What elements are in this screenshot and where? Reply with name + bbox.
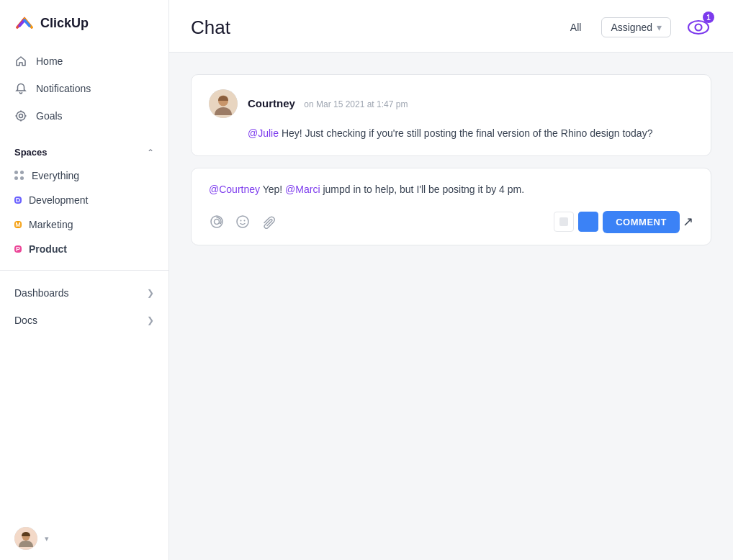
svg-point-4 [688, 21, 709, 34]
emoji-icon[interactable] [235, 214, 251, 230]
message-mention[interactable]: @Julie [248, 127, 279, 139]
message-time: on Mar 15 2021 at 1:47 pm [304, 99, 408, 109]
reply-icon-group [209, 214, 276, 230]
sidebar-item-home[interactable]: Home [0, 48, 168, 75]
svg-point-10 [237, 216, 248, 227]
main-nav: Home Notifications Goals [0, 45, 168, 132]
cursor-pointer-icon: ↗ [683, 214, 693, 230]
reply-mention-1[interactable]: @Courtney [209, 184, 260, 195]
goals-icon [14, 109, 27, 122]
docs-chevron-icon: ❯ [147, 315, 154, 325]
chevron-down-icon: ⌃ [147, 148, 154, 158]
clickup-logo-icon [14, 13, 35, 33]
notifications-label: Notifications [36, 83, 91, 94]
product-icon: P [14, 245, 22, 253]
marketing-label: Marketing [29, 219, 73, 230]
divider [0, 270, 168, 271]
spaces-title: Spaces [14, 147, 48, 158]
svg-rect-14 [585, 218, 592, 225]
comment-button[interactable]: COMMENT [603, 211, 680, 233]
author-avatar [209, 89, 238, 118]
reply-text-2: jumpd in to help, but I'll be positng it… [320, 184, 525, 195]
watch-count-badge: 1 [703, 12, 714, 23]
filter-all-button[interactable]: All [565, 19, 588, 36]
svg-point-0 [17, 112, 25, 120]
message-meta: Courtney on Mar 15 2021 at 1:47 pm [248, 97, 408, 110]
app-name: ClickUp [40, 16, 89, 31]
sidebar-item-everything[interactable]: Everything [0, 163, 168, 188]
page-title: Chat [191, 17, 550, 39]
chat-header: Chat All Assigned ▾ 1 [169, 0, 733, 53]
format-button-1[interactable] [554, 212, 574, 232]
goals-label: Goals [36, 110, 63, 122]
docs-label: Docs [14, 315, 37, 326]
sidebar-item-marketing[interactable]: M Marketing [0, 212, 168, 237]
sidebar-item-goals[interactable]: Goals [0, 102, 168, 130]
marketing-icon: M [14, 221, 22, 228]
svg-rect-13 [559, 217, 568, 226]
reply-text-1: Yep! [260, 184, 285, 195]
logo[interactable]: ClickUp [0, 0, 168, 45]
format-button-2[interactable] [578, 212, 598, 232]
sidebar: ClickUp Home Notifications Goals Spaces … [0, 0, 169, 560]
user-avatar [14, 527, 37, 550]
reply-text: @Courtney Yep! @Marci jumpd in to help, … [209, 181, 693, 197]
product-label: Product [29, 243, 67, 255]
mention-icon[interactable] [209, 214, 225, 230]
dashboards-chevron-icon: ❯ [147, 288, 154, 298]
main-content: Chat All Assigned ▾ 1 [169, 0, 733, 560]
message-block: Courtney on Mar 15 2021 at 1:47 pm @Juli… [191, 74, 711, 156]
watch-button[interactable]: 1 [685, 14, 711, 40]
spaces-header[interactable]: Spaces ⌃ [0, 141, 168, 163]
svg-point-5 [696, 24, 702, 31]
reply-action-group: COMMENT ↗ [554, 211, 693, 233]
bottom-nav: Dashboards ❯ Docs ❯ [0, 276, 168, 337]
message-header: Courtney on Mar 15 2021 at 1:47 pm [209, 89, 693, 118]
sidebar-item-product[interactable]: P Product [0, 237, 168, 261]
user-chevron-icon: ▾ [45, 534, 49, 543]
assigned-chevron-icon: ▾ [657, 22, 662, 33]
development-icon: D [14, 197, 22, 204]
home-icon [14, 55, 27, 68]
sidebar-item-notifications[interactable]: Notifications [0, 75, 168, 102]
svg-point-1 [19, 114, 23, 118]
reply-box: @Courtney Yep! @Marci jumpd in to help, … [191, 168, 711, 245]
message-text: Hey! Just checking if you're still posti… [279, 127, 652, 139]
reply-mention-2[interactable]: @Marci [285, 184, 320, 195]
svg-point-11 [240, 220, 242, 222]
home-label: Home [36, 55, 63, 67]
sidebar-item-development[interactable]: D Development [0, 188, 168, 212]
reply-footer: COMMENT ↗ [209, 211, 693, 233]
assigned-label: Assigned [611, 22, 652, 33]
attachment-icon[interactable] [261, 214, 276, 230]
message-body: @Julie Hey! Just checking if you're stil… [209, 125, 693, 141]
chat-area: Courtney on Mar 15 2021 at 1:47 pm @Juli… [169, 53, 733, 560]
dashboards-label: Dashboards [14, 287, 69, 299]
sidebar-item-docs[interactable]: Docs ❯ [0, 307, 168, 334]
everything-icon [14, 171, 24, 181]
development-label: Development [29, 194, 89, 206]
svg-point-12 [244, 220, 246, 222]
message-author: Courtney [248, 97, 295, 109]
user-footer[interactable]: ▾ [0, 517, 168, 560]
spaces-section: Spaces ⌃ Everything D Development M Mark… [0, 132, 168, 264]
sidebar-item-dashboards[interactable]: Dashboards ❯ [0, 279, 168, 307]
filter-assigned-button[interactable]: Assigned ▾ [601, 17, 671, 37]
bell-icon [14, 82, 27, 95]
everything-label: Everything [32, 170, 79, 181]
svg-point-9 [215, 220, 220, 225]
